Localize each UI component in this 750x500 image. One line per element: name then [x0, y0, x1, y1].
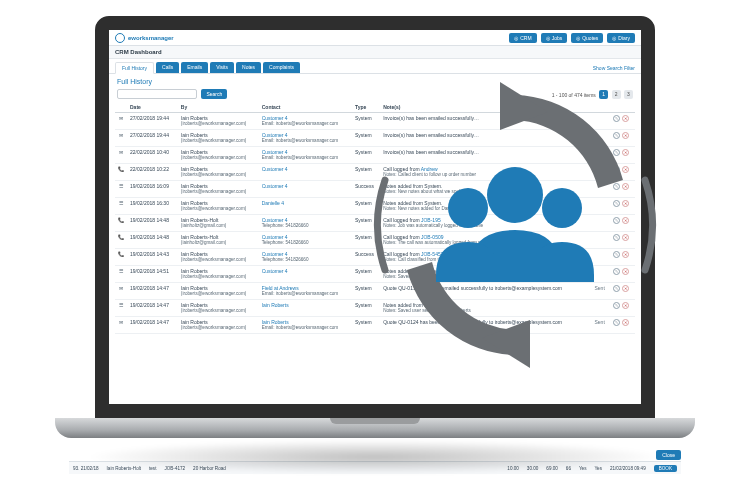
nav-quotes[interactable]: ◎Quotes: [571, 33, 603, 43]
brand-name: eworksmanager: [128, 35, 174, 41]
cell-actions: ✎✕: [608, 248, 635, 265]
row-delete-icon[interactable]: ✕: [622, 234, 629, 241]
panel-title: Full History: [109, 74, 641, 87]
cell-by: Iain Roberts(iroberts@eworksmanager.com): [178, 248, 259, 265]
col-status: [589, 102, 607, 113]
row-delete-icon[interactable]: ✕: [622, 149, 629, 156]
row-edit-icon[interactable]: ✎: [613, 149, 620, 156]
cell-note: Notes added from System.Notes: Saved use…: [380, 299, 589, 316]
row-delete-icon[interactable]: ✕: [622, 217, 629, 224]
cell-by: Iain Roberts(iroberts@eworksmanager.com): [178, 180, 259, 197]
cell-date: 19/02/2018 14:47: [127, 299, 178, 316]
col-by[interactable]: By: [178, 102, 259, 113]
table-row[interactable]: ☰19/02/2018 16:30Iain Roberts(iroberts@e…: [115, 197, 635, 214]
row-edit-icon[interactable]: ✎: [613, 234, 620, 241]
cell-status: [589, 197, 607, 214]
table-row[interactable]: ✉19/02/2018 14:47Iain Roberts(iroberts@e…: [115, 282, 635, 299]
show-search-filter-link[interactable]: Show Search Filter: [593, 65, 635, 71]
tab-complaints[interactable]: Complaints: [263, 62, 300, 73]
col-notes[interactable]: Note(s): [380, 102, 589, 113]
cell-contact: Customer 4: [259, 163, 352, 180]
table-row[interactable]: ✉27/02/2018 19:44Iain Roberts(iroberts@e…: [115, 113, 635, 130]
table-row[interactable]: 📞22/02/2018 10:22Iain Roberts(iroberts@e…: [115, 163, 635, 180]
row-delete-icon[interactable]: ✕: [622, 183, 629, 190]
row-edit-icon[interactable]: ✎: [613, 183, 620, 190]
pager-page-1[interactable]: 1: [599, 90, 608, 99]
row-delete-icon[interactable]: ✕: [622, 115, 629, 122]
cell-actions: ✎✕: [608, 146, 635, 163]
row-edit-icon[interactable]: ✎: [613, 302, 620, 309]
nav-jobs[interactable]: ◎Jobs: [541, 33, 568, 43]
row-delete-icon[interactable]: ✕: [622, 285, 629, 292]
nav-diary[interactable]: ◎Diary: [607, 33, 635, 43]
cell-by: Iain Roberts(iroberts@eworksmanager.com): [178, 163, 259, 180]
table-row[interactable]: ☰19/02/2018 14:51Iain Roberts(iroberts@e…: [115, 265, 635, 282]
table-row[interactable]: ✉22/02/2018 10:40Iain Roberts(iroberts@e…: [115, 146, 635, 163]
tab-calls[interactable]: Calls: [156, 62, 179, 73]
cell-contact: Customer 4: [259, 180, 352, 197]
col-contact[interactable]: Contact: [259, 102, 352, 113]
search-button[interactable]: Search: [201, 89, 227, 99]
cell-actions: ✎✕: [608, 197, 635, 214]
cell-actions: ✎✕: [608, 231, 635, 248]
cell-note: Quote QU-0124 has been emailed successfu…: [380, 316, 589, 333]
row-edit-icon[interactable]: ✎: [613, 115, 620, 122]
tab-full-history[interactable]: Full History: [115, 62, 154, 74]
pager-page-3[interactable]: 3: [624, 90, 633, 99]
table-row[interactable]: 📞19/02/2018 14:43Iain Roberts(iroberts@e…: [115, 248, 635, 265]
cell-type: System: [352, 282, 380, 299]
col-type[interactable]: Type: [352, 102, 380, 113]
cell-note: Call logged from AndrewNotes: Called cli…: [380, 163, 589, 180]
table-row[interactable]: 📞19/02/2018 14:48Iain Roberts-Holt(iainh…: [115, 214, 635, 231]
row-edit-icon[interactable]: ✎: [613, 217, 620, 224]
row-delete-icon[interactable]: ✕: [622, 166, 629, 173]
note-icon: ☰: [115, 197, 127, 214]
table-row[interactable]: ✉27/02/2018 19:44Iain Roberts(iroberts@e…: [115, 129, 635, 146]
cell-note: Invoice(s) has been emailed successfully…: [380, 113, 589, 130]
table-row[interactable]: ☰19/02/2018 14:47Iain Roberts(iroberts@e…: [115, 299, 635, 316]
table-row[interactable]: ✉19/02/2018 14:47Iain Roberts(iroberts@e…: [115, 316, 635, 333]
row-edit-icon[interactable]: ✎: [613, 285, 620, 292]
row-edit-icon[interactable]: ✎: [613, 132, 620, 139]
tab-notes[interactable]: Notes: [236, 62, 261, 73]
cell-note: Quote QU-0117 has been emailed successfu…: [380, 282, 589, 299]
cell-status: [589, 248, 607, 265]
row-delete-icon[interactable]: ✕: [622, 268, 629, 275]
table-row[interactable]: ☰19/02/2018 16:09Iain Roberts(iroberts@e…: [115, 180, 635, 197]
row-edit-icon[interactable]: ✎: [613, 268, 620, 275]
cell-type: System: [352, 265, 380, 282]
mail-icon: ✉: [115, 129, 127, 146]
pager-page-2[interactable]: 2: [612, 90, 621, 99]
row-delete-icon[interactable]: ✕: [622, 251, 629, 258]
cell-actions: ✎✕: [608, 299, 635, 316]
cell-by: Iain Roberts(iroberts@eworksmanager.com): [178, 265, 259, 282]
cell-date: 19/02/2018 14:48: [127, 231, 178, 248]
search-input[interactable]: [117, 89, 197, 99]
row-edit-icon[interactable]: ✎: [613, 166, 620, 173]
row-edit-icon[interactable]: ✎: [613, 319, 620, 326]
tab-visits[interactable]: Visits: [210, 62, 234, 73]
cell-type: System: [352, 163, 380, 180]
row-delete-icon[interactable]: ✕: [622, 319, 629, 326]
cell-type: System: [352, 197, 380, 214]
row-edit-icon[interactable]: ✎: [613, 200, 620, 207]
row-delete-icon[interactable]: ✕: [622, 302, 629, 309]
mail-icon: ✉: [115, 282, 127, 299]
cell-note: Call logged from JOB-0509Notes: The call…: [380, 231, 589, 248]
cell-status: Sent: [589, 282, 607, 299]
logo-icon: [115, 33, 125, 43]
nav-crm[interactable]: ◎CRM: [509, 33, 536, 43]
cell-contact: Customer 4Email: iroberts@eworksmanager.…: [259, 129, 352, 146]
mail-icon: ✉: [115, 113, 127, 130]
col-actions: [608, 102, 635, 113]
cell-status: Sent: [589, 316, 607, 333]
tab-emails[interactable]: Emails: [181, 62, 208, 73]
cell-status: [589, 265, 607, 282]
col-date[interactable]: Date: [127, 102, 178, 113]
cell-date: 19/02/2018 16:30: [127, 197, 178, 214]
row-edit-icon[interactable]: ✎: [613, 251, 620, 258]
row-delete-icon[interactable]: ✕: [622, 132, 629, 139]
cell-actions: ✎✕: [608, 113, 635, 130]
table-row[interactable]: 📞19/02/2018 14:48Iain Roberts-Holt(iainh…: [115, 231, 635, 248]
row-delete-icon[interactable]: ✕: [622, 200, 629, 207]
